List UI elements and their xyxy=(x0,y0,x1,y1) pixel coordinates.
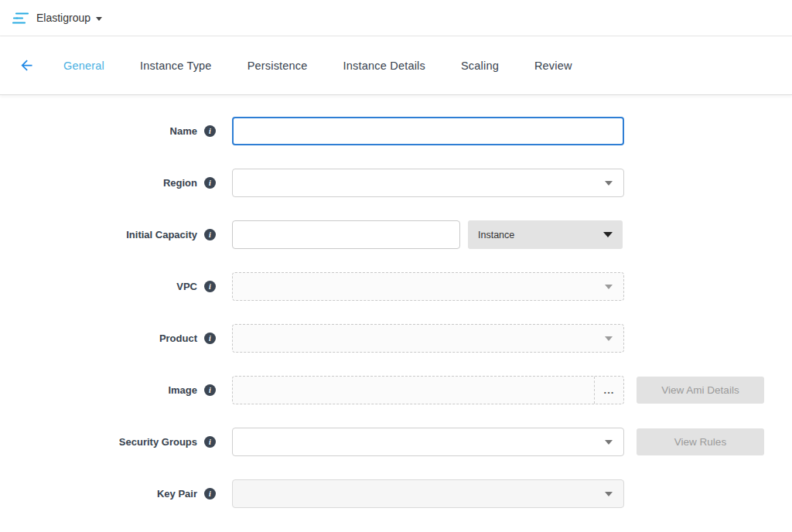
field-label-wrap: Security Groups i xyxy=(0,436,232,448)
info-icon[interactable]: i xyxy=(204,384,216,396)
field-label-wrap: VPC i xyxy=(0,281,232,292)
view-rules-button[interactable]: View Rules xyxy=(637,428,764,455)
info-icon[interactable]: i xyxy=(204,229,216,240)
key-pair-select[interactable] xyxy=(232,479,624,508)
region-label: Region xyxy=(163,177,197,189)
vpc-select xyxy=(232,272,624,301)
region-select[interactable] xyxy=(232,169,624,197)
chevron-down-icon xyxy=(96,17,102,21)
chevron-down-icon xyxy=(605,492,613,496)
chevron-down-icon xyxy=(603,232,613,237)
image-input-group: ... xyxy=(232,376,624,404)
info-icon[interactable]: i xyxy=(204,332,216,344)
product-label: Product xyxy=(159,332,197,344)
image-value xyxy=(233,377,594,404)
form-row-vpc: VPC i xyxy=(0,272,792,301)
info-icon[interactable]: i xyxy=(204,488,216,500)
form-row-initial-capacity: Initial Capacity i Instance xyxy=(0,220,792,249)
security-groups-label: Security Groups xyxy=(119,436,197,448)
info-icon[interactable]: i xyxy=(204,436,216,448)
chevron-down-icon xyxy=(605,181,613,186)
wizard-tabs: General Instance Type Persistence Instan… xyxy=(63,60,608,72)
form-row-product: Product i xyxy=(0,324,792,353)
info-icon[interactable]: i xyxy=(204,125,216,137)
form-row-security-groups: Security Groups i View Rules xyxy=(0,428,792,456)
tab-persistence[interactable]: Persistence xyxy=(248,60,308,72)
form-row-key-pair: Key Pair i xyxy=(0,479,792,508)
form-row-region: Region i xyxy=(0,169,792,197)
name-input[interactable] xyxy=(232,117,624,145)
field-label-wrap: Key Pair i xyxy=(0,488,232,500)
field-label-wrap: Name i xyxy=(0,125,232,137)
view-ami-details-button[interactable]: View Ami Details xyxy=(637,377,764,404)
tab-scaling[interactable]: Scaling xyxy=(461,60,499,72)
key-pair-label: Key Pair xyxy=(157,488,197,500)
top-app-bar: Elastigroup xyxy=(0,0,792,36)
chevron-down-icon xyxy=(605,336,613,341)
security-groups-select[interactable] xyxy=(232,428,624,456)
general-settings-form: Name i Region i Initial Capacity i Insta… xyxy=(0,95,792,508)
chevron-down-icon xyxy=(605,440,613,445)
back-button[interactable] xyxy=(15,55,37,77)
image-label: Image xyxy=(168,384,197,396)
chevron-down-icon xyxy=(605,285,613,289)
image-browse-button[interactable]: ... xyxy=(594,377,623,404)
tab-review[interactable]: Review xyxy=(534,60,572,72)
elastigroup-logo-icon xyxy=(12,12,29,25)
capacity-unit-label: Instance xyxy=(478,230,514,240)
capacity-unit-select[interactable]: Instance xyxy=(468,220,623,249)
wizard-tab-bar: General Instance Type Persistence Instan… xyxy=(0,36,792,95)
app-name: Elastigroup xyxy=(36,12,90,24)
tab-instance-type[interactable]: Instance Type xyxy=(140,60,212,72)
form-row-image: Image i ... View Ami Details xyxy=(0,376,792,404)
arrow-left-icon xyxy=(19,57,35,73)
initial-capacity-label: Initial Capacity xyxy=(126,229,197,240)
tab-general[interactable]: General xyxy=(63,60,104,72)
initial-capacity-input[interactable] xyxy=(232,220,460,249)
name-label: Name xyxy=(170,125,197,137)
tab-instance-details[interactable]: Instance Details xyxy=(343,60,425,72)
field-label-wrap: Region i xyxy=(0,177,232,189)
info-icon[interactable]: i xyxy=(204,281,216,292)
info-icon[interactable]: i xyxy=(204,177,216,189)
form-row-name: Name i xyxy=(0,117,792,145)
field-label-wrap: Initial Capacity i xyxy=(0,229,232,240)
product-select xyxy=(232,324,624,353)
field-label-wrap: Image i xyxy=(0,384,232,396)
vpc-label: VPC xyxy=(176,281,197,292)
field-label-wrap: Product i xyxy=(0,332,232,344)
app-switcher[interactable]: Elastigroup xyxy=(36,12,102,24)
